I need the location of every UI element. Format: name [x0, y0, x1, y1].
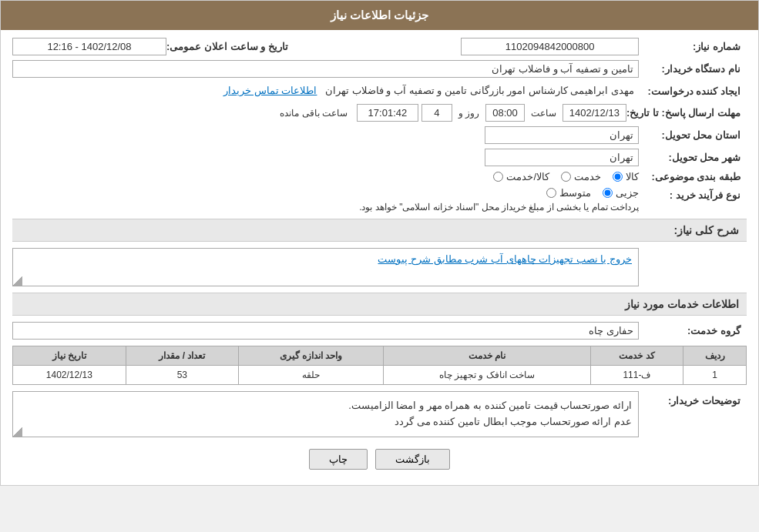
cell-name: ساخت انافک و تجهیز چاه — [383, 366, 590, 385]
notes-resize-handle[interactable] — [13, 427, 22, 437]
city-value: تهران — [485, 149, 639, 166]
cell-qty: 53 — [126, 366, 239, 385]
process-note: پرداخت تمام یا بخشی از مبلغ خریداز محل "… — [359, 202, 639, 212]
process-motavasset: متوسط — [546, 187, 591, 199]
cell-code: ف-111 — [590, 366, 683, 385]
process-options: جزیی متوسط پرداخت تمام یا بخشی از مبلغ خ… — [359, 187, 639, 212]
category-kala-khedmat-label: کالا/خدمت — [506, 171, 549, 182]
buttons-row: چاپ بازگشت — [12, 449, 747, 470]
buyer-station-value: تامین و تصفیه آب و فاضلاب تهران — [12, 60, 639, 78]
buyer-notes-line2: عدم ارائه صورتحساب موجب ابطال تامین کنند… — [19, 414, 632, 430]
city-row: شهر محل تحویل: تهران — [12, 149, 747, 166]
services-table-body: 1 ف-111 ساخت انافک و تجهیز چاه حلقه 53 1… — [13, 366, 747, 385]
table-row: 1 ف-111 ساخت انافک و تجهیز چاه حلقه 53 1… — [13, 366, 747, 385]
announce-value: 1402/12/08 - 12:16 — [12, 38, 166, 55]
deadline-day-label: روز و — [455, 108, 482, 119]
col-rownum: ردیف — [683, 346, 747, 366]
category-options: کالا خدمت کالا/خدمت — [493, 171, 639, 182]
description-row: خروج یا نصب تجهیزات چاههای آب شرب مطابق … — [12, 248, 747, 286]
buyer-notes-label: توضیحات خریدار: — [639, 391, 747, 407]
category-option-khedmat: خدمت — [561, 171, 601, 182]
description-box: خروج یا نصب تجهیزات چاههای آب شرب مطابق … — [12, 248, 639, 286]
cell-unit: حلقه — [239, 366, 384, 385]
announce-label: تاریخ و ساعت اعلان عمومی: — [166, 41, 294, 52]
cell-rownum: 1 — [683, 366, 747, 385]
description-label — [639, 248, 747, 250]
services-table: ردیف کد خدمت نام خدمت واحد اندازه گیری ت… — [12, 346, 747, 385]
services-section-title: اطلاعات خدمات مورد نیاز — [12, 293, 747, 316]
need-number-row: شماره نیاز: 1102094842000800 تاریخ و ساع… — [12, 38, 747, 55]
buyer-notes-line1: ارائه صورتحساب قیمت تامین کننده به همراه… — [19, 398, 632, 414]
creator-row: ایجاد کننده درخواست: مهدی ابراهیمی کارشن… — [12, 82, 747, 99]
deadline-days-box: 4 — [421, 104, 452, 122]
category-kala-label: کالا — [626, 171, 639, 182]
resize-handle[interactable] — [13, 276, 22, 286]
category-kala-radio[interactable] — [613, 172, 623, 182]
deadline-segments: 1402/12/13 ساعت 08:00 روز و 4 17:01:42 س… — [280, 104, 626, 122]
category-khedmat-label: خدمت — [574, 171, 601, 182]
creator-label: ایجاد کننده درخواست: — [639, 85, 747, 97]
description-value: خروج یا نصب تجهیزات چاههای آب شرب مطابق … — [378, 253, 632, 265]
process-label: نوع فرآیند خرید : — [639, 187, 747, 201]
category-option-kala: کالا — [613, 171, 639, 182]
table-header-row: ردیف کد خدمت نام خدمت واحد اندازه گیری ت… — [13, 346, 747, 366]
service-group-row: گروه خدمت: حفاری چاه — [12, 322, 747, 340]
col-date: تاریخ نیاز — [13, 346, 126, 366]
buyer-notes-box: ارائه صورتحساب قیمت تامین کننده به همراه… — [12, 391, 639, 437]
category-kala-khedmat-radio[interactable] — [493, 172, 503, 182]
deadline-remaining-box: 17:01:42 — [357, 104, 418, 122]
process-motavasset-label: متوسط — [559, 187, 591, 199]
process-jozi-radio[interactable] — [603, 188, 613, 198]
deadline-time-box: 08:00 — [485, 104, 525, 122]
category-row: طبقه بندی موضوعی: کالا خدمت کالا/خدمت — [12, 171, 747, 182]
deadline-time-label: ساعت — [528, 108, 559, 119]
description-section-title: شرح کلی نیاز: — [12, 219, 747, 242]
print-button[interactable]: چاپ — [309, 449, 368, 470]
process-motavasset-radio[interactable] — [546, 188, 556, 198]
process-radio-row: جزیی متوسط — [359, 187, 639, 199]
back-button[interactable]: بازگشت — [375, 449, 450, 470]
page-header: جزئیات اطلاعات نیاز — [1, 1, 758, 30]
need-number-value: 1102094842000800 — [461, 38, 639, 55]
page-title: جزئیات اطلاعات نیاز — [331, 8, 428, 22]
buyer-station-row: نام دستگاه خریدار: تامین و تصفیه آب و فا… — [12, 60, 747, 78]
cell-date: 1402/12/13 — [13, 366, 126, 385]
deadline-label: مهلت ارسال پاسخ: تا تاریخ: — [626, 107, 747, 119]
province-row: استان محل تحویل: تهران — [12, 126, 747, 144]
service-group-value: حفاری چاه — [12, 322, 639, 340]
buyer-station-label: نام دستگاه خریدار: — [639, 63, 747, 75]
deadline-row: مهلت ارسال پاسخ: تا تاریخ: 1402/12/13 سا… — [12, 104, 747, 122]
service-group-label: گروه خدمت: — [639, 325, 747, 336]
creator-value: مهدی ابراهیمی کارشناس امور بازرگانی تامی… — [12, 82, 639, 99]
category-khedmat-radio[interactable] — [561, 172, 571, 182]
page-container: جزئیات اطلاعات نیاز شماره نیاز: 11020948… — [0, 0, 759, 486]
deadline-date-box: 1402/12/13 — [563, 104, 626, 122]
services-table-container: ردیف کد خدمت نام خدمت واحد اندازه گیری ت… — [12, 346, 747, 385]
process-jozi-label: جزیی — [616, 187, 639, 199]
category-label: طبقه بندی موضوعی: — [639, 171, 747, 182]
process-row: نوع فرآیند خرید : جزیی متوسط پرداخت تمام… — [12, 187, 747, 212]
buyer-notes-row: توضیحات خریدار: ارائه صورتحساب قیمت تامی… — [12, 391, 747, 437]
city-label: شهر محل تحویل: — [639, 152, 747, 163]
need-number-label: شماره نیاز: — [639, 41, 747, 52]
main-content: شماره نیاز: 1102094842000800 تاریخ و ساع… — [1, 30, 758, 485]
category-option-kala-khedmat: کالا/خدمت — [493, 171, 549, 182]
col-code: کد خدمت — [590, 346, 683, 366]
col-name: نام خدمت — [383, 346, 590, 366]
deadline-remaining-label: ساعت باقی مانده — [280, 108, 354, 119]
province-value: تهران — [485, 126, 639, 144]
creator-contact-link[interactable]: اطلاعات تماس خریدار — [223, 85, 317, 96]
col-qty: تعداد / مقدار — [126, 346, 239, 366]
col-unit: واحد اندازه گیری — [239, 346, 384, 366]
process-jozi: جزیی — [603, 187, 639, 199]
province-label: استان محل تحویل: — [639, 129, 747, 141]
